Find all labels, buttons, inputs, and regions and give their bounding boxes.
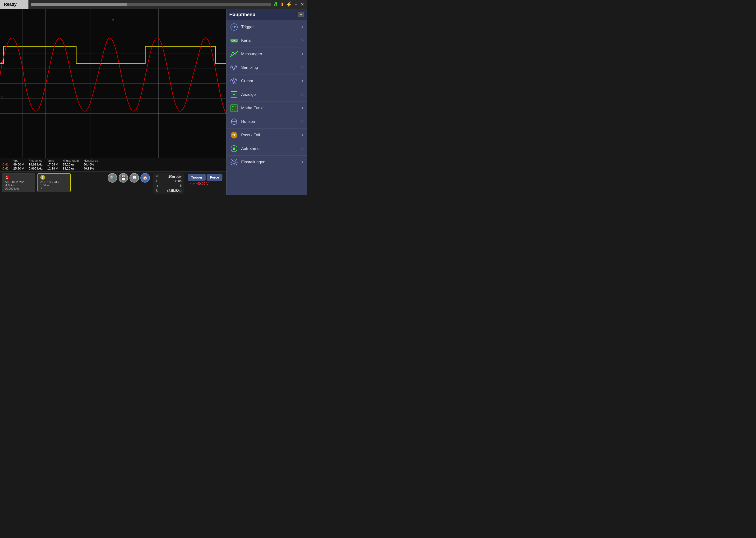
close-button[interactable]: ✕ — [299, 2, 305, 7]
menu-passfail-arrow: > — [301, 133, 303, 137]
waveform-display — [0, 9, 226, 158]
trigger-button[interactable]: Trigger — [188, 174, 206, 181]
menu-trigger-arrow: > — [301, 25, 303, 29]
menu-anzeige-arrow: > — [301, 92, 303, 97]
ch2-note: ? — [40, 187, 68, 190]
progress-fill — [31, 3, 127, 6]
cursor-icon — [230, 77, 238, 85]
ch2-waveform — [0, 46, 226, 63]
timebase-t-value: 0.0 ns — [173, 179, 182, 183]
menu-messungen-label: Messungen — [241, 52, 298, 56]
menu-mathe-label: Mathe Funkt. — [241, 106, 298, 111]
menu-messungen-arrow: > — [301, 52, 303, 56]
time-info-panel: M 20us /div T 0.0 ns D 1k S (2.5MS/s) — [153, 173, 184, 194]
timebase-d-label: D — [156, 184, 158, 188]
menu-aufnahme-arrow: > — [301, 146, 303, 151]
meas-header-freq: Frequency — [29, 159, 47, 162]
menu-collapse-button[interactable]: − — [298, 12, 304, 17]
menu-einstellungen-arrow: > — [301, 160, 303, 164]
lightning-icon: ⚡ — [286, 1, 292, 8]
scope-screen[interactable]: ▼ ① ② — [0, 9, 226, 158]
timebase-m-value: 20us /div — [168, 175, 182, 178]
einstellungen-icon — [230, 158, 238, 166]
timebase-s-row: S (2.5MS/s) — [156, 188, 182, 193]
ch2-mode-vdiv: AC 10 V /div — [40, 180, 68, 184]
meas-ch1-vrms: 17,54 V — [47, 162, 63, 166]
ch1-vdiv: 10 V /div — [12, 180, 24, 184]
menu-sampling-label: Sampling — [241, 65, 298, 70]
trigger-buttons-area: Trigger Force ● ↗ -40,00 V — [187, 173, 224, 187]
minimize-button[interactable]: − — [294, 2, 298, 7]
home-icon[interactable]: 🏠 — [140, 173, 150, 183]
ch2-mode: AC — [40, 180, 45, 184]
ch2-vdiv: 10 V /div — [47, 180, 59, 184]
ch1-waveform — [0, 38, 226, 113]
meas-ch2-dc: 49,88% — [83, 166, 103, 171]
force-button[interactable]: Force — [206, 174, 222, 181]
table-row: CH1 49,60 V 19,98 kHz 17,54 V 25,20 us 5… — [2, 162, 103, 166]
menu-item-messungen[interactable]: Messungen > — [227, 47, 307, 61]
meas-ch2-vpp: 25,20 V — [13, 166, 29, 171]
meas-ch1-freq: 19,98 kHz — [29, 162, 47, 166]
measurements-panel: Vpp Frequency Vrms +PulseWidth +DutyCycl… — [0, 158, 226, 171]
menu-item-mathe[interactable]: x² ÷ √ ∫ Mathe Funkt. > — [227, 101, 307, 115]
meas-header-vpp: Vpp — [13, 159, 29, 162]
measurements-table: Vpp Frequency Vrms +PulseWidth +DutyCycl… — [2, 159, 103, 171]
channel-a-icon: A — [273, 1, 278, 8]
ch2-info-box[interactable]: 2 AC 10 V /div 1.0divs ? — [37, 173, 71, 192]
timebase-t-row: T 0.0 ns — [156, 179, 182, 184]
menu-anzeige-label: Anzeige — [241, 92, 298, 97]
menu-trigger-label: Trigger — [241, 25, 298, 29]
timebase-t-label: T — [156, 179, 158, 183]
meas-ch1-pw: 25,20 us — [63, 162, 83, 166]
save-icon[interactable]: 💾 — [119, 173, 128, 183]
menu-sampling-arrow: > — [301, 66, 303, 70]
svg-marker-2 — [231, 51, 238, 57]
pause-icon: ⏸ — [279, 1, 284, 8]
trigger-level-value: -40,00 V — [196, 182, 208, 186]
menu-cursor-arrow: > — [301, 79, 303, 83]
ch1-info-box[interactable]: 1 AC 10 V /div -1,0divs 20,000 kHz — [2, 173, 35, 192]
progress-bar — [31, 3, 271, 6]
main-area: ▼ ① ② Vpp Frequency Vr — [0, 9, 307, 195]
topbar-icons: A ⏸ ⚡ − ✕ — [273, 1, 305, 8]
menu-title-text: Hauptmenü — [229, 12, 255, 17]
meas-ch1-vpp: 49,60 V — [13, 162, 29, 166]
trigger-ch-indicator: ● — [189, 182, 191, 186]
kanal-icon-label: CH1 — [231, 39, 238, 42]
menu-mathe-arrow: > — [301, 106, 303, 110]
menu-item-aufnahme[interactable]: Aufnahme > — [227, 142, 307, 156]
meas-ch2-vrms: 12,39 V — [47, 166, 63, 171]
bottom-action-icons: 🔍 💾 🖥 🏠 — [108, 173, 150, 183]
trigger-level-display: ● ↗ -40,00 V — [188, 182, 223, 186]
timebase-s-value: (2.5MS/s) — [167, 189, 182, 192]
meas-header-dc: +DutyCycle — [83, 159, 103, 162]
table-row: CH2 25,20 V 5,995 kHz 12,39 V 83,20 us 4… — [2, 166, 103, 171]
horizon-icon — [230, 117, 238, 126]
anzeige-icon: + — [230, 90, 238, 99]
menu-item-passfail[interactable]: ?F Pass / Fail > — [227, 129, 307, 142]
zoom-icon[interactable]: 🔍 — [108, 173, 117, 183]
meas-ch2-label: CH2 — [2, 166, 13, 171]
menu-item-anzeige[interactable]: + Anzeige > — [227, 88, 307, 101]
menu-title-bar: Hauptmenü − — [227, 9, 307, 21]
svg-point-14 — [233, 161, 235, 163]
menu-cursor-label: Cursor — [241, 79, 298, 83]
menu-item-horizon[interactable]: Horizon > — [227, 115, 307, 129]
menu-kanal-arrow: > — [301, 38, 303, 43]
menu-item-kanal[interactable]: CH1 Kanal > — [227, 34, 307, 47]
ch1-mode-vdiv: AC 10 V /div — [5, 180, 32, 184]
menu-item-trigger[interactable]: ☞ Trigger > — [227, 21, 307, 34]
ch2-offset: 1.0divs — [40, 184, 68, 187]
timebase-d-row: D 1k — [156, 184, 182, 188]
menu-passfail-label: Pass / Fail — [241, 133, 298, 137]
menu-horizon-arrow: > — [301, 120, 303, 124]
menu-item-einstellungen[interactable]: Einstellungen > — [227, 156, 307, 169]
ch1-number: 1 — [5, 175, 10, 180]
bottom-bar: 1 AC 10 V /div -1,0divs 20,000 kHz 2 AC … — [0, 171, 226, 195]
menu-item-sampling[interactable]: Sampling > — [227, 61, 307, 75]
export-icon[interactable]: 🖥 — [130, 173, 139, 183]
ch2-number: 2 — [40, 175, 45, 180]
timebase-m-label: M — [156, 175, 158, 178]
menu-item-cursor[interactable]: Cursor > — [227, 75, 307, 88]
